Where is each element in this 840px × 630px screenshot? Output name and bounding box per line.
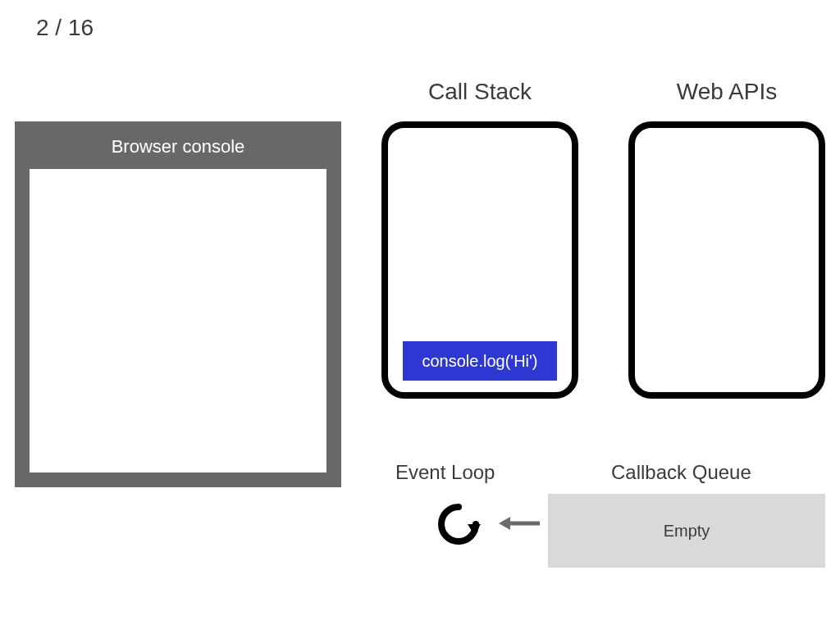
web-apis-box: [628, 121, 825, 399]
event-loop-heading: Event Loop: [395, 461, 495, 484]
call-stack-box: console.log('Hi'): [381, 121, 578, 399]
svg-marker-2: [499, 517, 510, 530]
call-stack-heading: Call Stack: [381, 79, 578, 105]
web-apis-heading: Web APIs: [628, 79, 825, 105]
arrow-left-icon: [499, 514, 541, 533]
callback-queue-heading: Callback Queue: [611, 461, 751, 484]
stack-frame: console.log('Hi'): [403, 341, 557, 381]
callback-queue-label: Empty: [664, 522, 710, 541]
browser-console-title: Browser console: [15, 121, 341, 169]
browser-console-panel: Browser console: [15, 121, 341, 487]
callback-queue-box: Empty: [548, 494, 825, 568]
page-counter: 2 / 16: [36, 15, 94, 41]
browser-console-body: [30, 169, 326, 472]
loop-icon: [436, 502, 481, 546]
